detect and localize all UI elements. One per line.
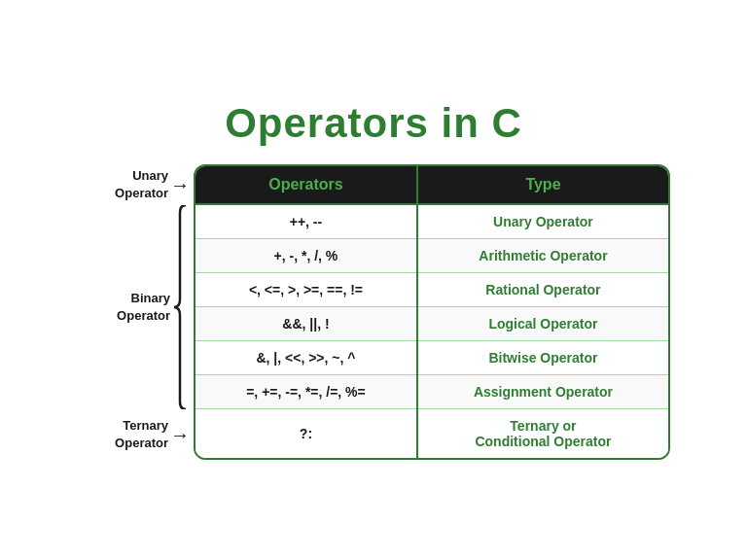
ternary-label-text: TernaryOperator [115,417,168,452]
cell-operators: &, |, <<, >>, ~, ^ [196,341,417,375]
unary-arrow-icon: → [170,175,190,194]
table-row: <, <=, >, >=, ==, !=Rational Operator [196,273,668,307]
cell-operators: <, <=, >, >=, ==, != [196,273,417,307]
cell-operators: +, -, *, /, % [196,239,417,273]
cell-type: Rational Operator [417,273,668,307]
cell-operators: ++, -- [196,204,417,239]
table-row: &, |, <<, >>, ~, ^Bitwise Operator [196,341,668,375]
binary-brace-icon [172,205,188,409]
ternary-label-group: TernaryOperator → [77,409,190,460]
header-type: Type [417,166,668,204]
operators-table: Operators Type ++, --Unary Operator+, -,… [196,166,668,458]
cell-type: Ternary or Conditional Operator [417,409,668,459]
side-labels: UnaryOperator → BinaryOperator TernaryOp… [77,164,194,460]
cell-type: Assignment Operator [417,375,668,409]
table-row: =, +=, -=, *=, /=, %=Assignment Operator [196,375,668,409]
table-header-row: Operators Type [196,166,668,204]
table-row: &&, ||, !Logical Operator [196,307,668,341]
table-row: +, -, *, /, %Arithmetic Operator [196,239,668,273]
content-area: UnaryOperator → BinaryOperator TernaryOp… [77,164,670,460]
table-wrapper: Operators Type ++, --Unary Operator+, -,… [194,164,670,460]
table-row: ?:Ternary or Conditional Operator [196,409,668,459]
cell-operators: ?: [196,409,417,459]
cell-type: Unary Operator [417,204,668,239]
cell-type: Logical Operator [417,307,668,341]
cell-type: Bitwise Operator [417,341,668,375]
ternary-arrow-icon: → [170,425,190,444]
cell-operators: &&, ||, ! [196,307,417,341]
cell-type: Arithmetic Operator [417,239,668,273]
unary-label-group: UnaryOperator → [77,164,190,205]
table-row: ++, --Unary Operator [196,204,668,239]
page-title-heading: Operators in C [225,100,522,147]
cell-operators: =, +=, -=, *=, /=, %= [196,375,417,409]
binary-label-text: BinaryOperator [117,290,170,325]
header-operators: Operators [196,166,417,204]
unary-label-text: UnaryOperator [115,167,168,202]
binary-label-group: BinaryOperator [77,205,190,409]
